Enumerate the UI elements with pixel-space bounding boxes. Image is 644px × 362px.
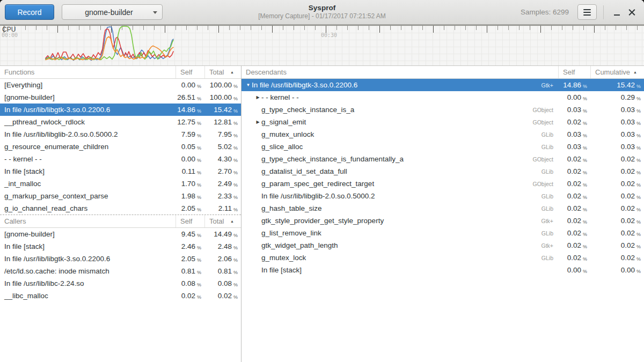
function-name: In file [stack]: [0, 240, 175, 253]
tree-row[interactable]: In file /usr/lib/libglib-2.0.so.0.5000.2…: [241, 190, 644, 202]
expander-right-icon[interactable]: ▶: [254, 120, 261, 124]
main-split: Functions Self Total ▲ [Everything]0.00%…: [0, 66, 644, 362]
self-percent: 0.02%: [558, 202, 590, 215]
table-row[interactable]: __pthread_rwlock_rdlock12.75%12.81%: [0, 116, 241, 128]
callers-self-column-header[interactable]: Self: [175, 215, 204, 227]
descendants-header: Descendants Self Cumulative ▲: [241, 66, 644, 79]
descendant-name: gtk_style_provider_get_style_property: [261, 217, 384, 225]
function-name: [Everything]: [0, 79, 175, 91]
function-name: [gnome-builder]: [0, 91, 175, 104]
tree-row[interactable]: ▶- - kernel - -0.00%0.29%: [241, 91, 644, 104]
cumulative-percent: 0.03%: [590, 141, 644, 153]
descendants-column-header[interactable]: Descendants: [241, 66, 558, 78]
function-name: _int_malloc: [0, 178, 175, 190]
descendant-name-cell: gtk_style_provider_get_style_propertyGtk…: [241, 215, 558, 227]
total-percent: 4.30%: [204, 153, 241, 165]
table-row[interactable]: In file /usr/lib/libglib-2.0.so.0.5000.2…: [0, 128, 241, 141]
total-percent: 15.42%: [204, 104, 241, 116]
tree-row[interactable]: g_type_check_instance_is_aGObject0.03%0.…: [241, 104, 644, 116]
descendants-self-column-header[interactable]: Self: [558, 66, 590, 78]
tree-row[interactable]: In file [stack]0.00%0.00%: [241, 264, 644, 276]
tree-row[interactable]: g_slice_allocGLib0.03%0.03%: [241, 141, 644, 153]
function-name: In file /usr/lib/libgtk-3.so.0.2200.6: [0, 253, 175, 265]
function-name: __pthread_rwlock_rdlock: [0, 116, 175, 128]
descendants-tree: ▼In file /usr/lib/libgtk-3.so.0.2200.6Gt…: [241, 79, 644, 276]
tree-row[interactable]: g_list_remove_linkGLib0.02%0.02%: [241, 227, 644, 239]
function-name: g_resource_enumerate_children: [0, 141, 175, 153]
sort-ascending-icon: ▲: [230, 219, 234, 223]
callers-column-header[interactable]: Callers: [0, 215, 175, 227]
tree-row[interactable]: g_hash_table_sizeGLib0.02%0.02%: [241, 202, 644, 215]
hamburger-icon: [583, 9, 591, 10]
functions-self-column-header[interactable]: Self: [175, 66, 204, 78]
self-percent: 0.03%: [558, 128, 590, 141]
self-percent: 0.02%: [558, 227, 590, 239]
tree-row[interactable]: g_mutex_unlockGLib0.03%0.03%: [241, 128, 644, 141]
self-percent: 0.00%: [558, 264, 590, 276]
total-percent: 100.00%: [204, 79, 241, 91]
descendants-cumulative-column-header[interactable]: Cumulative ▲: [590, 66, 644, 78]
minimize-button[interactable]: [609, 5, 624, 20]
tree-row[interactable]: g_param_spec_get_redirect_targetGObject0…: [241, 178, 644, 190]
expander-down-icon[interactable]: ▼: [245, 83, 252, 87]
table-row[interactable]: g_markup_parse_context_parse1.98%2.33%: [0, 190, 241, 202]
table-row[interactable]: In file /usr/lib/libgtk-3.so.0.2200.614.…: [0, 104, 241, 116]
descendant-name: g_param_spec_get_redirect_target: [261, 180, 374, 188]
headerbar: Record gnome-builder Sysprof [Memory Cap…: [0, 0, 644, 25]
capture-subtitle: [Memory Capture] - 01/17/2017 07:21:52 A…: [258, 12, 385, 20]
descendant-name-cell: In file [stack]: [241, 264, 558, 276]
descendant-name-cell: g_type_check_instance_is_aGObject: [241, 104, 558, 116]
table-row[interactable]: In file [stack]0.11%2.70%: [0, 165, 241, 178]
library-category-badge: GLib: [541, 205, 558, 212]
expander-right-icon[interactable]: ▶: [254, 95, 261, 100]
table-row[interactable]: g_resource_enumerate_children0.05%5.02%: [0, 141, 241, 153]
table-row[interactable]: - - kernel - -0.00%4.30%: [0, 153, 241, 165]
descendant-name-cell: g_slice_allocGLib: [241, 141, 558, 153]
self-percent: 0.03%: [558, 141, 590, 153]
descendant-name: g_datalist_id_set_data_full: [261, 167, 347, 175]
function-name: In file [stack]: [0, 165, 175, 178]
tree-row[interactable]: gtk_widget_path_lengthGtk+0.02%0.02%: [241, 239, 644, 252]
descendant-name-cell: ▼In file /usr/lib/libgtk-3.so.0.2200.6Gt…: [241, 79, 558, 91]
descendant-name-cell: gtk_widget_path_lengthGtk+: [241, 239, 558, 252]
functions-total-column-header[interactable]: Total ▲: [204, 66, 241, 78]
functions-table: [Everything]0.00%100.00%[gnome-builder]2…: [0, 79, 241, 215]
table-row[interactable]: _int_malloc1.70%2.49%: [0, 178, 241, 190]
record-button[interactable]: Record: [5, 4, 54, 20]
functions-column-header[interactable]: Functions: [0, 66, 175, 78]
hamburger-menu-button[interactable]: [577, 4, 597, 20]
process-selector-dropdown[interactable]: gnome-builder: [62, 4, 163, 20]
left-pane: Functions Self Total ▲ [Everything]0.00%…: [0, 66, 241, 362]
self-percent: 0.02%: [558, 239, 590, 252]
tree-row[interactable]: g_type_check_instance_is_fundamentally_a…: [241, 153, 644, 165]
function-name: __libc_malloc: [0, 290, 175, 302]
table-row[interactable]: g_io_channel_read_chars2.05%2.11%: [0, 202, 241, 215]
tree-row[interactable]: ▼In file /usr/lib/libgtk-3.so.0.2200.6Gt…: [241, 79, 644, 91]
table-row[interactable]: In file [stack]2.46%2.48%: [0, 240, 241, 253]
tree-row[interactable]: g_mutex_lockGLib0.02%0.02%: [241, 252, 644, 264]
table-row[interactable]: __libc_malloc0.02%0.02%: [0, 290, 241, 302]
minimize-icon: [614, 14, 620, 16]
page-title: Sysprof: [258, 3, 385, 12]
library-category-badge: GObject: [532, 156, 558, 162]
library-category-badge: GLib: [541, 144, 558, 150]
table-row[interactable]: In file /usr/lib/libgtk-3.so.0.2200.62.0…: [0, 253, 241, 265]
total-percent: 2.06%: [204, 253, 241, 265]
self-percent: 2.05%: [175, 202, 204, 215]
tree-row[interactable]: g_datalist_id_set_data_fullGLib0.02%0.02…: [241, 165, 644, 178]
table-row[interactable]: [Everything]0.00%100.00%: [0, 79, 241, 91]
self-percent: 14.86%: [175, 104, 204, 116]
table-row[interactable]: [gnome-builder]9.45%14.49%: [0, 228, 241, 240]
time-tick-mid: 00:30: [321, 32, 337, 38]
table-row[interactable]: In file /usr/lib/libc-2.24.so0.08%0.08%: [0, 277, 241, 290]
table-row[interactable]: [gnome-builder]26.51%100.00%: [0, 91, 241, 104]
tree-row[interactable]: gtk_style_provider_get_style_propertyGtk…: [241, 215, 644, 227]
self-percent: 0.02%: [175, 290, 204, 302]
callers-total-column-header[interactable]: Total ▲: [204, 215, 241, 227]
close-button[interactable]: [624, 5, 639, 20]
tree-row[interactable]: ▶g_signal_emitGObject0.02%0.03%: [241, 116, 644, 128]
table-row[interactable]: /etc/ld.so.cache: inode mismatch0.81%0.8…: [0, 265, 241, 277]
descendant-name: g_signal_emit: [261, 118, 306, 126]
library-category-badge: GLib: [541, 193, 558, 200]
cpu-usage-chart[interactable]: CPU 00:00 00:30: [0, 25, 644, 66]
